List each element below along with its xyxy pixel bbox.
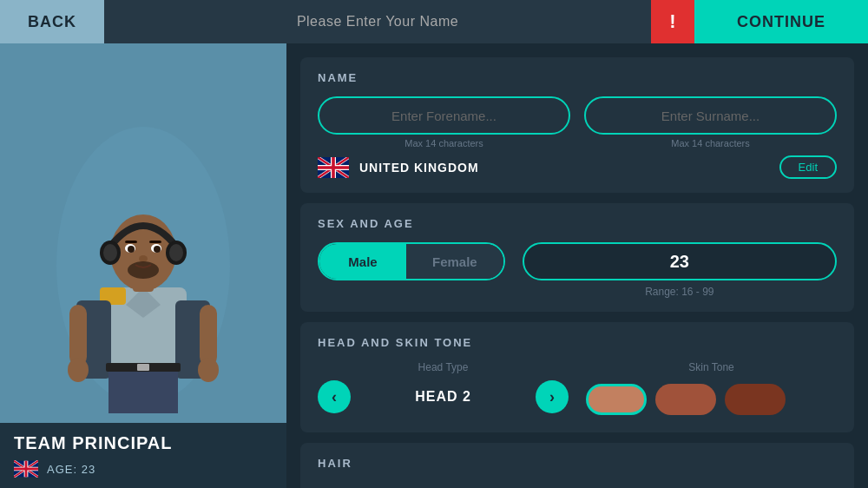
head-next-button[interactable]: › bbox=[536, 380, 569, 413]
skin-swatches bbox=[586, 380, 837, 419]
character-age: AGE: 23 bbox=[47, 463, 95, 476]
sex-toggle-group: Male Female bbox=[318, 242, 505, 280]
female-option[interactable]: Female bbox=[406, 244, 503, 279]
right-panel: NAME Max 14 characters Max 14 characters bbox=[286, 43, 868, 488]
character-age-row: AGE: 23 bbox=[14, 460, 273, 478]
head-prev-button[interactable]: ‹ bbox=[318, 380, 351, 413]
forename-group: Max 14 characters bbox=[318, 96, 570, 148]
age-display[interactable]: 23 bbox=[523, 242, 837, 280]
top-bar: BACK Please Enter Your Name ! CONTINUE bbox=[0, 0, 868, 43]
svg-point-16 bbox=[154, 246, 161, 253]
head-skin-section: HEAD AND SKIN TONE Head Type ‹ HEAD 2 › … bbox=[300, 322, 854, 432]
svg-rect-18 bbox=[149, 241, 161, 243]
svg-point-24 bbox=[169, 244, 183, 261]
svg-point-20 bbox=[128, 261, 159, 279]
nationality-flag-icon bbox=[318, 157, 349, 178]
svg-rect-17 bbox=[125, 241, 137, 243]
head-type-label: Head Type bbox=[318, 361, 569, 373]
name-section: NAME Max 14 characters Max 14 characters bbox=[300, 57, 854, 193]
edit-nationality-button[interactable]: Edit bbox=[779, 155, 837, 179]
male-option[interactable]: Male bbox=[319, 244, 406, 279]
main-content: TEAM PRINCIPAL AGE: 23 NAME bbox=[0, 43, 868, 488]
nationality-row: UNITED KINGDOM Edit bbox=[318, 155, 837, 179]
name-placeholder-bar: Please Enter Your Name bbox=[104, 0, 651, 43]
character-svg bbox=[43, 118, 243, 413]
name-placeholder-text: Please Enter Your Name bbox=[297, 14, 458, 30]
sex-age-row: Male Female 23 Range: 16 - 99 bbox=[318, 242, 837, 298]
head-type-group: Head Type ‹ HEAD 2 › bbox=[318, 361, 569, 419]
sex-age-label: SEX AND AGE bbox=[318, 217, 837, 230]
surname-max-chars: Max 14 characters bbox=[671, 138, 749, 148]
age-group: 23 Range: 16 - 99 bbox=[523, 242, 837, 298]
character-panel: TEAM PRINCIPAL AGE: 23 bbox=[0, 43, 286, 488]
character-info: TEAM PRINCIPAL AGE: 23 bbox=[0, 423, 286, 488]
sex-age-section: SEX AND AGE Male Female 23 Range: 16 - 9… bbox=[300, 203, 854, 312]
svg-point-28 bbox=[198, 358, 219, 382]
character-title: TEAM PRINCIPAL bbox=[14, 433, 273, 453]
forename-max-chars: Max 14 characters bbox=[404, 138, 483, 148]
hair-section: HAIR bbox=[300, 443, 854, 488]
skin-swatch-1[interactable] bbox=[586, 384, 647, 415]
nationality-text: UNITED KINGDOM bbox=[359, 161, 769, 175]
svg-point-22 bbox=[103, 244, 117, 261]
skin-swatch-2[interactable] bbox=[655, 384, 716, 415]
surname-input[interactable] bbox=[584, 96, 837, 135]
age-range: Range: 16 - 99 bbox=[645, 286, 713, 298]
svg-rect-26 bbox=[200, 305, 217, 366]
alert-icon: ! bbox=[651, 0, 694, 43]
svg-point-19 bbox=[139, 255, 148, 262]
svg-rect-8 bbox=[137, 364, 149, 371]
forename-input[interactable] bbox=[318, 96, 570, 135]
svg-rect-25 bbox=[69, 305, 87, 366]
head-name: HEAD 2 bbox=[359, 389, 527, 405]
character-flag-icon bbox=[14, 460, 38, 478]
head-skin-row: Head Type ‹ HEAD 2 › Skin Tone bbox=[318, 361, 837, 419]
skin-tone-label: Skin Tone bbox=[586, 361, 837, 373]
svg-rect-6 bbox=[108, 366, 178, 413]
skin-swatch-3[interactable] bbox=[725, 384, 786, 415]
svg-point-27 bbox=[68, 358, 89, 382]
head-selector: ‹ HEAD 2 › bbox=[318, 380, 569, 413]
svg-point-15 bbox=[128, 246, 135, 253]
continue-button[interactable]: CONTINUE bbox=[694, 0, 868, 43]
surname-group: Max 14 characters bbox=[584, 96, 837, 148]
back-button[interactable]: BACK bbox=[0, 0, 104, 43]
character-figure bbox=[30, 114, 256, 418]
name-inputs-row: Max 14 characters Max 14 characters bbox=[318, 96, 837, 148]
hair-label: HAIR bbox=[318, 457, 837, 470]
name-section-label: NAME bbox=[318, 71, 837, 84]
skin-tone-group: Skin Tone bbox=[586, 361, 837, 419]
head-skin-label: HEAD AND SKIN TONE bbox=[318, 336, 837, 349]
